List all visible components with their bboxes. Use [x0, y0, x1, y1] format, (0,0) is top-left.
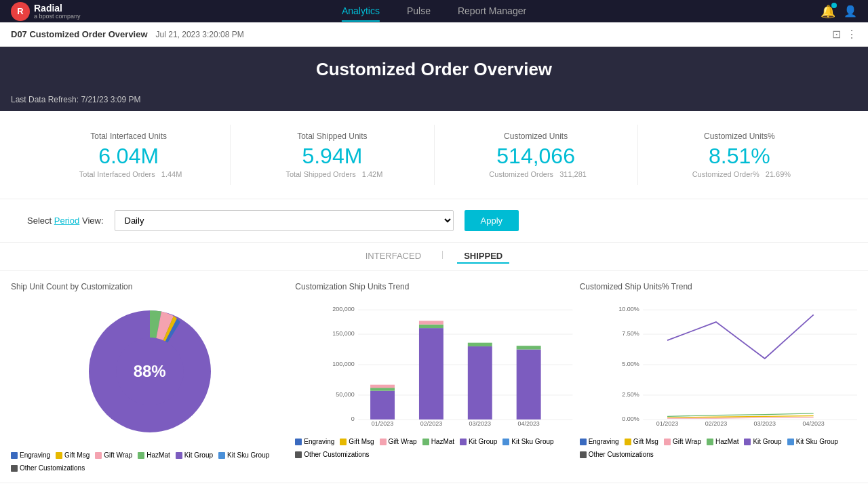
legend-engraving: Engraving	[11, 451, 50, 459]
kpi-customized-pct: Customized Units% 8.51% Customized Order…	[638, 125, 841, 185]
tab-divider: |	[441, 249, 443, 264]
pie-legend: Engraving Gift Msg Gift Wrap HazMat Kit …	[11, 451, 288, 472]
line-chart-svg: 10.00% 7.50% 5.00% 2.50% 0.00%	[614, 297, 857, 432]
legend-other: Other Customizations	[11, 464, 85, 472]
kpi-total-shipped: Total Shipped Units 5.94M Total Shipped …	[231, 125, 434, 185]
bar-hazmat-3	[517, 346, 541, 349]
bar-hazmat-0	[370, 388, 395, 390]
kpi-value-0: 6.04M	[41, 144, 216, 169]
line-legend-giftmsg: Gift Msg	[625, 438, 658, 445]
bar-x-label-3: 04/2023	[518, 420, 540, 427]
kpi-label-0: Total Interfaced Units	[41, 131, 216, 141]
bar-kitgroup-1	[419, 328, 443, 420]
line-chart-panel: Customized Ship Units% Trend 10.00% 7.50…	[580, 282, 857, 472]
notif-dot	[831, 3, 837, 8]
page-title-bar: Customized Order Overview	[0, 47, 868, 92]
legend-dot-other	[11, 465, 18, 472]
kpi-value-2: 514,066	[448, 144, 624, 169]
line-x-1: 02/2023	[705, 420, 726, 427]
line-x-3: 04/2023	[802, 420, 824, 427]
period-label: Select Period View:	[27, 216, 104, 226]
legend-dot-kitskugroup	[218, 452, 225, 459]
line-x-0: 01/2023	[656, 420, 677, 427]
bar-chart-svg: 200,000 150,000 100,000 50,000 0	[329, 297, 572, 432]
page-title: Customized Order Overview	[12, 59, 856, 80]
period-section: Select Period View: Daily Weekly Monthly…	[0, 199, 868, 243]
legend-kitskulgroup: Kit Sku Group	[218, 451, 269, 459]
tab-items: INTERFACED | SHIPPED	[359, 249, 510, 264]
sub-header: D07 Customized Order Overview Jul 21, 20…	[0, 22, 868, 47]
bar-chart-panel: Customization Ship Units Trend 200,000 1…	[295, 282, 572, 472]
bar-chart-title: Customization Ship Units Trend	[295, 282, 572, 291]
notifications[interactable]: 🔔	[821, 4, 835, 19]
logo-icon: R	[11, 2, 30, 21]
nav-report-manager[interactable]: Report Manager	[458, 1, 526, 22]
period-select[interactable]: Daily Weekly Monthly	[115, 210, 454, 231]
line-legend-engraving: Engraving	[580, 438, 619, 445]
more-icon[interactable]: ⋮	[846, 28, 857, 41]
nav-links: Analytics Pulse Report Manager	[342, 1, 526, 22]
data-refresh-bar: Last Data Refresh: 7/21/23 3:09 PM	[0, 92, 868, 111]
logo-name: Radial	[34, 3, 62, 14]
line-y-2: 5.00%	[622, 361, 639, 367]
bar-x-label-0: 01/2023	[372, 420, 393, 427]
bar-legend-other: Other Customizations	[295, 451, 369, 458]
sub-header-title: D07 Customized Order Overview	[11, 29, 148, 39]
kpi-total-interfaced: Total Interfaced Units 6.04M Total Inter…	[27, 125, 231, 185]
export-icon[interactable]: ⊡	[832, 28, 841, 41]
kpi-value-1: 5.94M	[244, 144, 420, 169]
tab-shipped[interactable]: SHIPPED	[457, 249, 509, 264]
nav-analytics[interactable]: Analytics	[342, 1, 380, 22]
legend-kitgroup: Kit Group	[176, 451, 213, 459]
bar-chart-area: 200,000 150,000 100,000 50,000 0	[295, 297, 572, 432]
data-refresh-text: Last Data Refresh: 7/21/23 3:09 PM	[11, 95, 140, 104]
nav-right: 🔔 👤	[821, 4, 857, 19]
kpi-label-3: Customized Units%	[652, 131, 827, 141]
bar-x-label-1: 02/2023	[420, 420, 442, 427]
bar-legend: Engraving Gift Msg Gift Wrap HazMat Kit …	[295, 438, 572, 458]
kpi-value-3: 8.51%	[652, 144, 827, 169]
legend-giftwrap: Gift Wrap	[95, 451, 132, 459]
kpi-label-2: Customized Units	[448, 131, 624, 141]
legend-dot-giftwrap	[95, 452, 102, 459]
line-legend-other: Other Customizations	[580, 451, 654, 458]
kpi-sub-0: Total Interfaced Orders 1.44M	[41, 170, 216, 178]
legend-dot-engraving	[11, 452, 18, 459]
kpi-sub-1: Total Shipped Orders 1.42M	[244, 170, 420, 178]
user-icon[interactable]: 👤	[844, 5, 857, 18]
bar-legend-kitgroup: Kit Group	[460, 438, 497, 445]
line-legend-giftwrap: Gift Wrap	[664, 438, 701, 445]
line-kitgroup	[667, 314, 814, 359]
bar-x-label-2: 03/2023	[469, 420, 491, 427]
order-summary-section: Order Summary by Customization Period En…	[0, 483, 868, 488]
kpi-sub-3: Customized Order% 21.69%	[652, 170, 827, 178]
bar-y-label-0: 200,000	[333, 306, 355, 312]
tab-interfaced[interactable]: INTERFACED	[359, 249, 428, 264]
pie-chart: 88%	[75, 297, 224, 446]
apply-button[interactable]: Apply	[465, 210, 519, 231]
sub-header-left: D07 Customized Order Overview Jul 21, 20…	[11, 29, 244, 39]
kpi-customized-units: Customized Units 514,066 Customized Orde…	[435, 125, 638, 185]
nav-pulse[interactable]: Pulse	[407, 1, 431, 22]
bar-giftwrap-1	[419, 321, 443, 324]
bar-y-label-2: 100,000	[333, 361, 355, 367]
period-highlight: Period	[54, 216, 80, 226]
bar-kitgroup-0	[370, 391, 395, 420]
legend-dot-giftmsg	[56, 452, 62, 459]
line-legend-kitskugroup: Kit Sku Group	[787, 438, 838, 445]
sub-header-actions: ⊡ ⋮	[832, 28, 857, 41]
bar-y-label-1: 150,000	[333, 330, 355, 337]
line-y-0: 10.00%	[618, 306, 639, 312]
bar-kitgroup-2	[468, 346, 492, 420]
bar-hazmat-1	[419, 325, 443, 328]
bar-y-label-3: 50,000	[336, 391, 355, 398]
legend-hazmat: HazMat	[138, 451, 170, 459]
line-y-4: 0.00%	[622, 415, 639, 422]
pie-chart-title: Ship Unit Count by Customization	[11, 282, 288, 291]
pie-chart-panel: Ship Unit Count by Customization 88%	[11, 282, 288, 472]
bar-kitgroup-3	[517, 350, 541, 420]
line-x-2: 03/2023	[753, 420, 775, 427]
bar-legend-engraving: Engraving	[295, 438, 334, 445]
logo: R Radial a bpost company	[11, 2, 81, 21]
kpi-sub-2: Customized Orders 311,281	[448, 170, 624, 178]
